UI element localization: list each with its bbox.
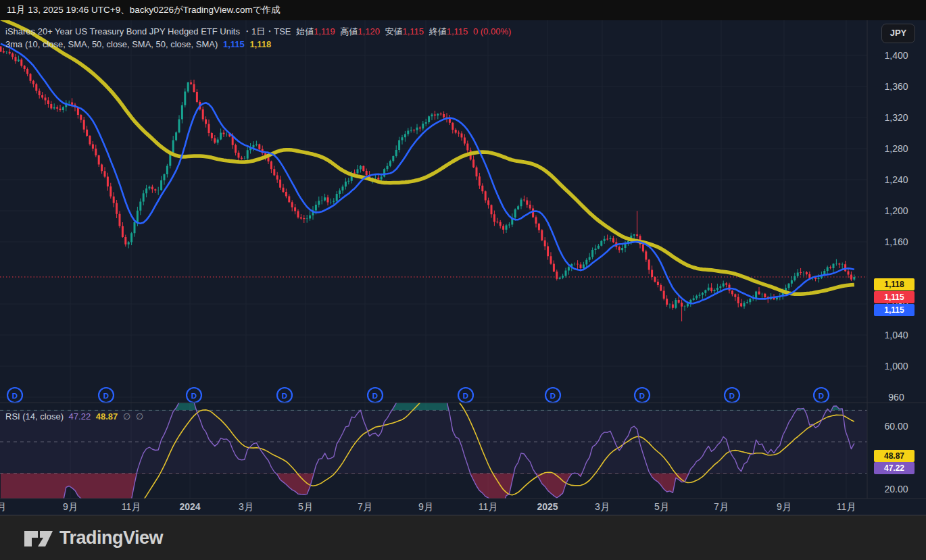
axis-label: 5月 [654,501,669,512]
axis-label: 1,360 [884,81,908,92]
axis-label: 3月 [595,501,610,512]
axis-label: 9月 [63,501,78,512]
open-value: 1,119 [314,26,335,36]
rsi-badge-ma: 48.87 [874,450,915,462]
axis-label: 3月 [239,501,253,512]
high-label: 高値 [340,26,358,36]
svg-text:D: D [103,392,109,400]
rsi-indicator-legend: RSI (14, close) 47.22 48.87 ∅ ∅ [5,411,146,422]
tradingview-logo-icon[interactable] [23,527,54,549]
rsi-ma-value: 48.87 [96,411,118,422]
symbol-title[interactable]: iShares 20+ Year US Treasury Bond JPY He… [5,26,240,36]
currency-toggle-button[interactable]: JPY [881,24,915,43]
axis-label: 2024 [179,501,200,512]
ma-indicator-legend: 3ma (10, close, SMA, 50, close, SMA, 50,… [5,39,274,49]
tradingview-wordmark[interactable]: TradingView [59,528,163,549]
price-badge-sma50: 1,118 [874,278,915,290]
rsi-legend-label[interactable]: RSI (14, close) [5,411,64,422]
attribution-bar: 11月 13, 2025 19:46 UTC+9、backy0226がTradi… [0,0,926,20]
rsi-value: 47.22 [69,411,91,422]
rsi-hidden-value-icon-2: ∅ [136,411,143,422]
axis-label: 1,200 [884,205,908,216]
svg-text:D: D [191,392,197,400]
symbol-legend: iShares 20+ Year US Treasury Bond JPY He… [5,26,514,38]
candles-layer [1,46,854,322]
chart-container: DDDDDDDDDD1,4001,3601,3201,2801,2401,200… [0,20,926,515]
tradingview-snapshot: 11月 13, 2025 19:46 UTC+9、backy0226がTradi… [0,0,926,560]
close-label: 終値 [429,26,447,36]
price-badge-last-price: 1,115 [874,291,915,303]
close-value: 1,115 [447,26,468,36]
attribution-text: 11月 13, 2025 19:46 UTC+9、backy0226がTradi… [7,5,280,15]
svg-text:D: D [819,392,824,400]
interval-exchange: ・1日・TSE [243,26,291,36]
axis-label: 1,400 [884,50,908,61]
open-label: 始値 [296,26,314,36]
sma10-value: 1,115 [223,39,245,49]
axis-label: 1,240 [884,174,908,185]
rsi-badge-value: 47.22 [874,462,915,474]
svg-text:D: D [550,392,556,400]
svg-text:D: D [639,392,645,400]
axis-label: 60.00 [884,421,908,432]
axis-label: 2025 [537,501,558,512]
axis-label: 11月 [122,501,141,512]
axis-label: 1,160 [884,236,908,247]
high-value: 1,120 [358,26,380,36]
sma10-line [1,44,854,304]
svg-text:D: D [282,392,287,400]
sma50-value: 1,118 [249,39,271,49]
sma50-line [1,20,854,294]
low-value: 1,115 [403,26,424,36]
svg-text:D: D [729,392,735,400]
axis-label: 1,040 [884,330,908,340]
dividend-markers-layer[interactable]: DDDDDDDDDD [7,388,829,403]
axis-label: 1,320 [884,112,908,123]
axis-label: 960 [888,392,904,403]
axis-label: 9月 [777,501,791,512]
svg-text:D: D [463,392,468,400]
sma-lines-layer [1,20,854,303]
axis-label: 7月 [358,501,372,512]
footer-bar: TradingView [0,515,926,560]
axis-label: 20.00 [884,484,908,494]
axis-label: 9月 [418,501,433,512]
ma-legend-label[interactable]: 3ma (10, close, SMA, 50, close, SMA, 50,… [5,39,218,49]
low-label: 安値 [385,26,403,36]
axis-label: 11月 [837,501,856,512]
axis-label: 11月 [479,501,498,512]
price-badge-sma10: 1,115 [874,304,915,316]
svg-text:D: D [12,392,18,400]
change-value: 0 (0.00%) [473,26,511,36]
axis-label: 5月 [298,501,313,512]
axis-label: 1,280 [884,143,908,154]
axis-label: 7月 [714,501,729,512]
chart-surface[interactable]: DDDDDDDDDD1,4001,3601,3201,2801,2401,200… [0,20,926,515]
axis-label: 1,000 [884,361,908,372]
axis-label: 月 [0,501,6,512]
svg-text:D: D [372,392,378,400]
rsi-hidden-value-icon-1: ∅ [123,411,130,422]
